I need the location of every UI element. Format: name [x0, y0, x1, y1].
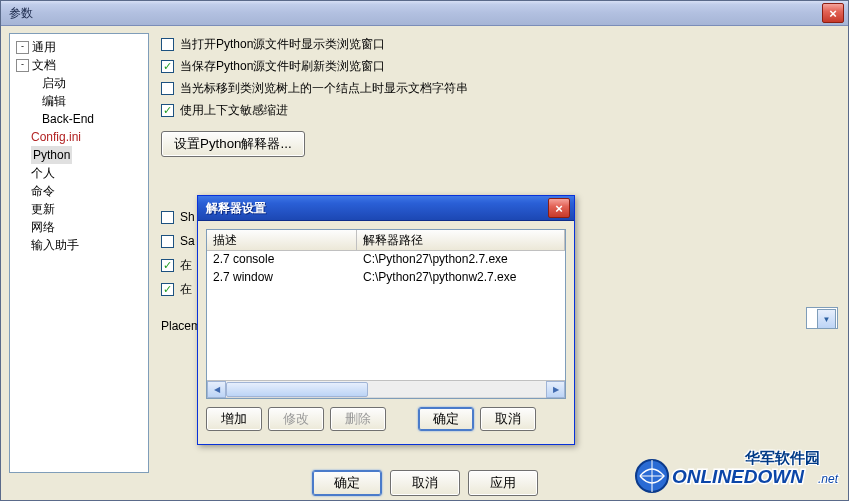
option-row: ✓ 当保存Python源文件时刷新类浏览窗口 — [161, 55, 838, 77]
scroll-track[interactable] — [226, 382, 546, 397]
tree-item-update[interactable]: 更新 — [12, 200, 146, 218]
edit-button[interactable]: 修改 — [268, 407, 324, 431]
option-row: ✓ 使用上下文敏感缩进 — [161, 99, 838, 121]
scroll-left-icon[interactable]: ◀ — [207, 381, 226, 398]
option-row: Sh — [161, 205, 201, 229]
dialog-titlebar[interactable]: 解释器设置 × — [198, 196, 574, 221]
ok-button[interactable]: 确定 — [312, 470, 382, 496]
tree-item-network[interactable]: 网络 — [12, 218, 146, 236]
apply-button[interactable]: 应用 — [468, 470, 538, 496]
dialog-close-button[interactable]: × — [548, 198, 570, 218]
titlebar: 参数 × — [1, 1, 848, 26]
add-button[interactable]: 增加 — [206, 407, 262, 431]
tree-label: 个人 — [31, 166, 55, 180]
dialog-body: 描述 解释器路径 2.7 console C:\Python27\python2… — [198, 221, 574, 439]
tree-label: Python — [31, 146, 72, 164]
checkbox[interactable] — [161, 82, 174, 95]
col-desc[interactable]: 描述 — [207, 230, 357, 250]
option-label: 在 — [180, 257, 192, 274]
tree-item-document[interactable]: -文档 — [12, 56, 146, 74]
delete-button[interactable]: 删除 — [330, 407, 386, 431]
checkbox[interactable] — [161, 211, 174, 224]
col-path[interactable]: 解释器路径 — [357, 230, 565, 250]
cancel-button[interactable]: 取消 — [480, 407, 536, 431]
tree-label: 编辑 — [42, 94, 66, 108]
set-interpreter-button[interactable]: 设置Python解释器... — [161, 131, 305, 157]
close-icon: × — [829, 7, 837, 20]
checkbox[interactable]: ✓ — [161, 104, 174, 117]
tree-item-config[interactable]: Config.ini — [12, 128, 146, 146]
tree: -通用 -文档 启动 编辑 Back-End Config.ini Python… — [12, 38, 146, 254]
tree-item-edit[interactable]: 编辑 — [12, 92, 146, 110]
tree-label: 通用 — [32, 40, 56, 54]
placement-combo[interactable]: ▼ — [806, 307, 838, 329]
scroll-thumb[interactable] — [226, 382, 368, 397]
placement-label: Placem — [161, 319, 201, 333]
checkbox[interactable] — [161, 235, 174, 248]
tree-label: 文档 — [32, 58, 56, 72]
tree-panel: -通用 -文档 启动 编辑 Back-End Config.ini Python… — [9, 33, 149, 473]
tree-label: 网络 — [31, 220, 55, 234]
titlebar-close-button[interactable]: × — [822, 3, 844, 23]
tree-item-start[interactable]: 启动 — [12, 74, 146, 92]
window-root: 参数 × -通用 -文档 启动 编辑 Back-End Config.ini P… — [0, 0, 849, 501]
hidden-options: Sh Sa ✓ 在 ✓ 在 Placem — [161, 205, 201, 333]
scroll-right-icon[interactable]: ▶ — [546, 381, 565, 398]
option-label: 使用上下文敏感缩进 — [180, 102, 288, 119]
interpreter-dialog: 解释器设置 × 描述 解释器路径 2.7 console C:\Python27… — [197, 195, 575, 445]
cell-path: C:\Python27\pythonw2.7.exe — [357, 269, 565, 287]
dialog-buttons: 增加 修改 删除 确定 取消 — [206, 407, 566, 431]
tree-label: Back-End — [42, 112, 94, 126]
option-row: ✓ 在 — [161, 277, 201, 301]
scrollbar-horizontal[interactable]: ◀ ▶ — [207, 380, 565, 398]
option-row: Sa — [161, 229, 201, 253]
tree-item-command[interactable]: 命令 — [12, 182, 146, 200]
cancel-button[interactable]: 取消 — [390, 470, 460, 496]
checkbox[interactable]: ✓ — [161, 60, 174, 73]
list-body: 2.7 console C:\Python27\python2.7.exe 2.… — [207, 251, 565, 380]
option-label: 当光标移到类浏览树上的一个结点上时显示文档字符串 — [180, 80, 468, 97]
cell-desc: 2.7 window — [207, 269, 357, 287]
option-label: Sa — [180, 234, 195, 248]
option-row: 当打开Python源文件时显示类浏览窗口 — [161, 33, 838, 55]
bottom-buttons: 确定 取消 应用 — [1, 468, 848, 498]
watermark-cn: 华军软件园 — [745, 449, 820, 468]
titlebar-title: 参数 — [5, 5, 822, 22]
option-label: 当打开Python源文件时显示类浏览窗口 — [180, 36, 385, 53]
tree-item-general[interactable]: -通用 — [12, 38, 146, 56]
tree-label: 命令 — [31, 184, 55, 198]
chevron-down-icon[interactable]: ▼ — [817, 309, 836, 329]
tree-label: 更新 — [31, 202, 55, 216]
tree-item-backend[interactable]: Back-End — [12, 110, 146, 128]
checkbox[interactable]: ✓ — [161, 283, 174, 296]
client-area: -通用 -文档 启动 编辑 Back-End Config.ini Python… — [1, 25, 848, 500]
ok-button[interactable]: 确定 — [418, 407, 474, 431]
expander-icon[interactable]: - — [16, 59, 29, 72]
dialog-title: 解释器设置 — [202, 200, 548, 217]
expander-icon[interactable]: - — [16, 41, 29, 54]
option-row: 当光标移到类浏览树上的一个结点上时显示文档字符串 — [161, 77, 838, 99]
cell-path: C:\Python27\python2.7.exe — [357, 251, 565, 269]
list-row[interactable]: 2.7 console C:\Python27\python2.7.exe — [207, 251, 565, 269]
option-label: 当保存Python源文件时刷新类浏览窗口 — [180, 58, 385, 75]
tree-item-personal[interactable]: 个人 — [12, 164, 146, 182]
list-header: 描述 解释器路径 — [207, 230, 565, 251]
interpreter-list[interactable]: 描述 解释器路径 2.7 console C:\Python27\python2… — [206, 229, 566, 399]
tree-item-input-assist[interactable]: 输入助手 — [12, 236, 146, 254]
checkbox[interactable] — [161, 38, 174, 51]
tree-item-python[interactable]: Python — [12, 146, 146, 164]
tree-label: 输入助手 — [31, 238, 79, 252]
close-icon: × — [555, 201, 563, 216]
option-label: Sh — [180, 210, 195, 224]
tree-label: Config.ini — [31, 130, 81, 144]
tree-label: 启动 — [42, 76, 66, 90]
option-row: ✓ 在 — [161, 253, 201, 277]
cell-desc: 2.7 console — [207, 251, 357, 269]
list-row[interactable]: 2.7 window C:\Python27\pythonw2.7.exe — [207, 269, 565, 287]
option-label: 在 — [180, 281, 192, 298]
checkbox[interactable]: ✓ — [161, 259, 174, 272]
